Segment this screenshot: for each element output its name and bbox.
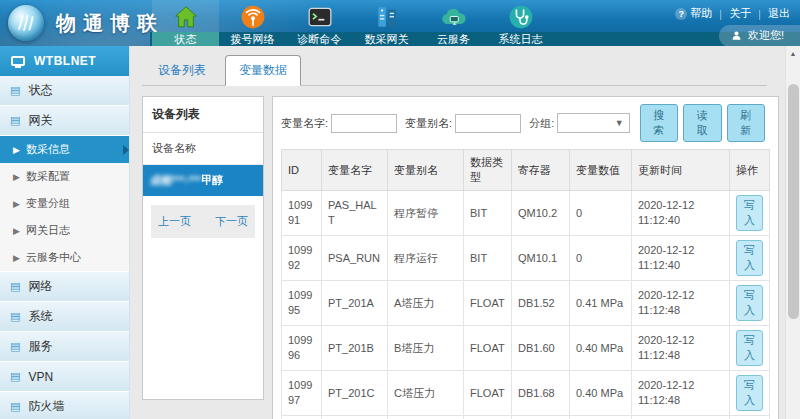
cell-value: 0.41 MPa [570,281,632,326]
sidebar-item-6[interactable]: ▤VPN [0,362,129,392]
main-area: 设备列表 变量数据 设备列表 设备名称 成都***-***甲醇 上一页 下一页 … [130,46,785,419]
top-links: ?帮助|关于|退出 [675,6,790,21]
cell-name: PT_201C [322,371,388,416]
nav-item-5[interactable]: 云服务 [420,0,487,46]
sidebar-subitem-4[interactable]: ▶网关日志 [0,217,129,244]
sidebar-subitem-1[interactable]: ▶数采信息 [0,136,129,163]
search-button[interactable]: 搜索 [640,104,678,142]
column-header-3: 变量别名 [388,150,464,191]
cell-updated: 2020-12-12 11:12:48 [632,281,730,326]
nav-item-4[interactable]: 数采网关 [353,0,420,46]
variable-table-panel: 变量名字: 变量别名: 分组: ▼ 搜索 读取 刷新 ID变量名字变量别名数据类… [272,96,779,419]
sidebar-subitem-label: 云服务中心 [26,250,81,265]
column-header-1: ID [282,150,322,191]
nav-item-2[interactable]: 拨号网络 [219,0,286,46]
cell-register: QM10.2 [512,191,570,236]
sidebar-subitem-2[interactable]: ▶数采配置 [0,163,129,190]
scrollbar-thumb[interactable] [788,84,799,319]
cloud-icon [440,1,468,32]
variable-alias-input[interactable] [455,114,521,133]
cell-register: DB1.68 [512,371,570,416]
cell-type: FLOAT [464,281,512,326]
tab-device-list[interactable]: 设备列表 [145,56,219,85]
top-header: 物通博联 状态拨号网络诊断命令数采网关云服务系统日志 ?帮助|关于|退出 欢迎您… [0,0,800,46]
cell-action: 写入 [730,281,770,326]
divider: | [719,8,722,20]
table-row: 109992PSA_RUN程序运行BITQM10.102020-12-12 11… [282,236,770,281]
cell-action: 写入 [730,236,770,281]
group-label: 分组: [529,116,554,131]
sidebar-subitem-5[interactable]: ▶云服务中心 [0,244,129,271]
cell-type: FLOAT [464,416,512,419]
cell-type: BIT [464,236,512,281]
cell-alias: C塔压力 [388,371,464,416]
sidebar-menu: ▤状态▤网关▶数采信息▶数采配置▶变量分组▶网关日志▶云服务中心▤网络▤系统▤服… [0,76,129,419]
write-button[interactable]: 写入 [736,285,763,321]
sidebar-item-label: 状态 [28,82,52,99]
write-button[interactable]: 写入 [736,330,763,366]
cell-updated: 2020-12-12 11:12:48 [632,416,730,419]
divider: | [758,8,761,20]
top-link-1[interactable]: ?帮助 [675,6,712,21]
variable-name-input[interactable] [331,114,397,133]
sidebar-item-3[interactable]: ▤网络 [0,272,129,302]
sidebar-item-4[interactable]: ▤系统 [0,302,129,332]
sidebar-item-7[interactable]: ▤防火墙 [0,392,129,419]
sidebar-item-1[interactable]: ▤状态 [0,76,129,106]
sidebar-item-5[interactable]: ▤服务 [0,332,129,362]
scrollbar-up-arrow-icon[interactable]: ▲ [786,46,800,61]
tab-variable-data[interactable]: 变量数据 [225,55,301,86]
column-header-4: 数据类型 [464,150,512,191]
top-link-label: 退出 [768,6,790,21]
cell-value: 0.40 MPa [570,371,632,416]
welcome-label: 欢迎您! [748,28,784,43]
top-link-3[interactable]: 退出 [768,6,790,21]
group-select[interactable]: ▼ [557,113,629,133]
nav-label: 云服务 [420,32,487,46]
list-icon: ▤ [10,281,20,292]
content-row: 设备列表 设备名称 成都***-***甲醇 上一页 下一页 变量名字: 变量别名… [142,96,767,419]
cell-alias: D塔压力 [388,416,464,419]
write-button[interactable]: 写入 [736,375,763,411]
cell-action: 写入 [730,416,770,419]
selected-device-row[interactable]: 成都***-***甲醇 [143,165,263,196]
cell-name: PT_201B [322,326,388,371]
table-row: 109997PT_201CC塔压力FLOATDB1.680.40 MPa2020… [282,371,770,416]
column-header-2: 变量名字 [322,150,388,191]
cell-name: PT_201D [322,416,388,419]
scrollbar[interactable]: ▲ [785,46,800,419]
sidebar-item-label: 网络 [28,278,52,295]
cell-name: PSA_RUN [322,236,388,281]
read-button[interactable]: 读取 [683,104,721,142]
dial-network-icon [240,1,266,32]
refresh-button[interactable]: 刷新 [727,104,765,142]
nav-label: 拨号网络 [219,32,286,46]
list-icon: ▤ [10,115,20,126]
chevron-down-icon: ▼ [615,118,624,128]
table-row: 109995PT_201AA塔压力FLOATDB1.520.41 MPa2020… [282,281,770,326]
write-button[interactable]: 写入 [736,195,763,231]
list-icon: ▤ [10,401,20,412]
nav-item-3[interactable]: 诊断命令 [286,0,353,46]
cell-register: QM10.1 [512,236,570,281]
welcome-button[interactable]: 欢迎您! [719,25,800,46]
brand-logo-icon [8,5,44,41]
cell-id: 109995 [282,281,322,326]
cell-register: DB1.52 [512,281,570,326]
sidebar-subitem-3[interactable]: ▶变量分组 [0,190,129,217]
nav-item-1[interactable]: 状态 [152,0,219,46]
brand: 物通博联 [8,5,164,41]
cell-updated: 2020-12-12 11:12:40 [632,236,730,281]
device-next-page-button[interactable]: 下一页 [215,214,248,229]
cell-value: 0.40 MPa [570,416,632,419]
nav-item-6[interactable]: 系统日志 [487,0,554,46]
device-prev-page-button[interactable]: 上一页 [158,214,191,229]
monitor-icon [11,56,25,66]
arrow-right-icon: ▶ [13,253,20,263]
top-link-2[interactable]: 关于 [729,6,751,21]
top-link-label: 关于 [729,6,751,21]
sidebar-item-2[interactable]: ▤网关 [0,106,129,136]
write-button[interactable]: 写入 [736,240,763,276]
arrow-right-icon: ▶ [13,172,20,182]
sidebar-title: WTBLNET [34,54,96,68]
